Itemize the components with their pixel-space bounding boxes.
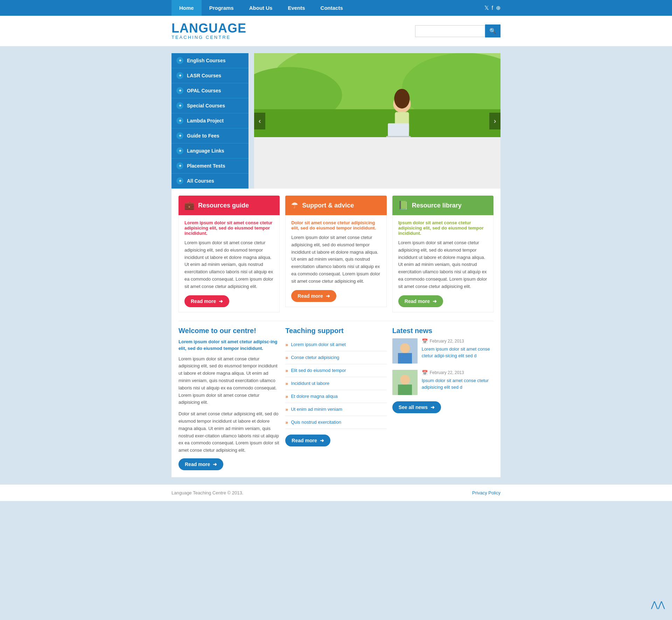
teaching-support-read-more-button[interactable]: Read more ➜ (285, 435, 330, 446)
feature-support-body: Dolor sit amet conse ctetur adipisicing … (285, 215, 386, 307)
feature-library-title: Resource library (412, 202, 462, 209)
nav-about[interactable]: About Us (241, 0, 280, 16)
news-title-1[interactable]: Ipsum dolor sit amet conse ctetur adipis… (422, 377, 493, 391)
section-divider (178, 321, 493, 321)
rss-icon[interactable]: ⊕ (496, 5, 500, 11)
news-date-1: 📅 February 22, 2013 (422, 370, 493, 375)
sidebar-item-lasr-courses[interactable]: ✦ LASR Courses (172, 68, 248, 83)
plus-icon-1: ✦ (176, 72, 183, 79)
calendar-icon-1: 📅 (422, 370, 428, 375)
top-navigation: Home Programs About Us Events Contacts 𝕏… (0, 0, 672, 16)
sidebar-item-opal-courses[interactable]: ✦ OPAL Courses (172, 83, 248, 98)
chevron-icon-4: » (285, 394, 288, 399)
read-more-library-button[interactable]: Read more ➜ (398, 295, 443, 307)
plus-icon-8: ✦ (176, 177, 183, 184)
see-all-news-button[interactable]: See all news ➜ (392, 401, 441, 413)
plus-icon-6: ✦ (176, 147, 183, 154)
nav-contacts[interactable]: Contacts (313, 0, 351, 16)
header: LANGUAGE TEACHING CENTRE 🔍 (0, 16, 672, 46)
search-input[interactable] (415, 25, 485, 37)
logo-sub: TEACHING CENTRE (172, 35, 246, 40)
feature-card-support-header: ☂ Support & advice (285, 196, 386, 215)
sidebar-item-guide-to-fees[interactable]: ✦ Guide to Fees (172, 128, 248, 143)
welcome-text-1: Lorem ipsum dolor sit amet conse ctetur … (178, 355, 280, 407)
feature-library-text: Lorem ipsum dolor sit amet conse ctetur … (398, 239, 488, 290)
sidebar-item-language-links[interactable]: ✦ Language Links (172, 143, 248, 158)
support-item-5[interactable]: » Ut enim ad minim veniam (285, 403, 386, 416)
welcome-highlight: Lorem ipsum dolor sit amet ctetur adipis… (178, 338, 280, 352)
nav-home[interactable]: Home (172, 0, 202, 16)
plus-icon-7: ✦ (176, 162, 183, 169)
calendar-icon-0: 📅 (422, 338, 428, 344)
support-list: » Lorem ipsum dolor sit amet » Conse cte… (285, 338, 386, 429)
support-item-6[interactable]: » Quis nostrud exercitation (285, 416, 386, 429)
news-item-0: 📅 February 22, 2013 Lorem ipsum dolor si… (392, 338, 493, 364)
plus-icon-5: ✦ (176, 132, 183, 139)
welcome-title: Welcome to our centre! (178, 327, 280, 335)
nav-programs[interactable]: Programs (202, 0, 241, 16)
teaching-support-column: Teaching support » Lorem ipsum dolor sit… (285, 327, 386, 470)
feature-resources-text: Lorem ipsum dolor sit amet conse ctetur … (184, 239, 274, 290)
news-image-1 (392, 370, 418, 395)
sidebar-item-special-courses[interactable]: ✦ Special Courses (172, 98, 248, 113)
svg-rect-12 (398, 353, 412, 364)
search-button[interactable]: 🔍 (485, 24, 500, 37)
nav-events[interactable]: Events (280, 0, 313, 16)
slider-image (254, 53, 500, 137)
sidebar-item-placement-tests[interactable]: ✦ Placement Tests (172, 158, 248, 174)
feature-card-resources: 💼 Resources guide Lorem ipsum dolor sit … (178, 196, 280, 312)
feature-card-library-header: 📗 Resource library (392, 196, 493, 215)
footer: Language Teaching Centre © 2013. Privacy… (0, 484, 672, 501)
nav-links: Home Programs About Us Events Contacts (172, 0, 351, 16)
arrow-right-icon-2: ➜ (326, 293, 330, 299)
news-title-0[interactable]: Lorem ipsum dolor sit amet conse ctetur … (422, 346, 493, 359)
support-item-0[interactable]: » Lorem ipsum dolor sit amet (285, 338, 386, 351)
support-item-1[interactable]: » Conse ctetur adipisicing (285, 351, 386, 364)
umbrella-icon: ☂ (291, 200, 299, 210)
svg-point-7 (394, 89, 410, 108)
logo-main: LANGUAGE (172, 22, 246, 35)
feature-card-support: ☂ Support & advice Dolor sit amet conse … (285, 196, 386, 312)
latest-news-title: Latest news (392, 327, 493, 335)
feature-support-text: Lorem ipsum dolor sit amet conse ctetur … (291, 234, 380, 285)
svg-rect-15 (398, 385, 412, 395)
news-date-0: 📅 February 22, 2013 (422, 338, 493, 344)
svg-rect-4 (254, 109, 500, 137)
svg-rect-8 (388, 123, 409, 136)
slider-prev-button[interactable]: ‹ (254, 113, 265, 129)
latest-news-column: Latest news 📅 Februa (392, 327, 493, 470)
chevron-icon-6: » (285, 420, 288, 425)
support-item-2[interactable]: » Elit sed do eiusmod tempor (285, 364, 386, 377)
svg-point-11 (400, 343, 410, 353)
read-more-resources-button[interactable]: Read more ➜ (184, 295, 229, 307)
arrow-right-icon: ➜ (219, 298, 223, 304)
news-item-1: 📅 February 22, 2013 Ipsum dolor sit amet… (392, 370, 493, 395)
plus-icon-4: ✦ (176, 117, 183, 124)
news-content-0: 📅 February 22, 2013 Lorem ipsum dolor si… (422, 338, 493, 364)
news-content-1: 📅 February 22, 2013 Ipsum dolor sit amet… (422, 370, 493, 395)
sidebar-item-lambda-project[interactable]: ✦ Lambda Project (172, 113, 248, 128)
teaching-support-title: Teaching support (285, 327, 386, 335)
sidebar-item-english-courses[interactable]: ✦ English Courses (172, 53, 248, 68)
slider-next-button[interactable]: › (489, 113, 500, 129)
welcome-column: Welcome to our centre! Lorem ipsum dolor… (178, 327, 280, 470)
twitter-icon[interactable]: 𝕏 (484, 5, 489, 11)
hero-slider: ‹ › (254, 53, 500, 189)
read-more-support-button[interactable]: Read more ➜ (291, 290, 336, 302)
feature-library-body: Ipsum dolor sit amet conse ctetur adipis… (392, 215, 493, 312)
chevron-icon-5: » (285, 407, 288, 412)
sidebar: ✦ English Courses ✦ LASR Courses ✦ OPAL … (172, 53, 248, 189)
chevron-icon-3: » (285, 381, 288, 386)
privacy-policy-link[interactable]: Privacy Policy (472, 490, 500, 495)
support-item-4[interactable]: » Et dolore magna aliqua (285, 390, 386, 403)
support-item-3[interactable]: » Incididunt ut labore (285, 377, 386, 390)
welcome-read-more-button[interactable]: Read more ➜ (178, 458, 223, 470)
feature-resources-highlight: Lorem ipsum dolor sit amet conse ctetur … (184, 220, 274, 236)
welcome-text-2: Dolor sit amet conse ctetur adipisicing … (178, 410, 280, 454)
facebook-icon[interactable]: f (492, 5, 493, 11)
briefcase-icon: 💼 (184, 200, 195, 210)
arrow-right-icon-3: ➜ (433, 298, 437, 304)
arrow-right-icon-4: ➜ (213, 462, 217, 467)
social-icons: 𝕏 f ⊕ (484, 5, 500, 11)
sidebar-item-all-courses[interactable]: ✦ All Courses (172, 174, 248, 189)
